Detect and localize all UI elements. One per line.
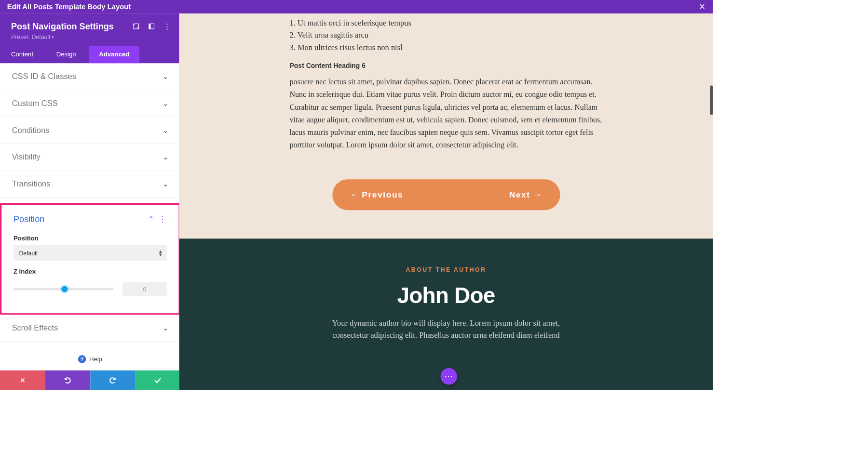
preview-pane: 1. Ut mattis orci in scelerisque tempus …: [179, 13, 713, 390]
redo-button[interactable]: [90, 370, 135, 390]
chevron-up-icon[interactable]: ⌃: [148, 215, 154, 224]
kebab-icon[interactable]: ⋮: [163, 22, 171, 31]
select-arrows-icon: ▴▾: [159, 250, 162, 256]
help-icon: ?: [78, 356, 86, 363]
title-bar-text: Edit All Posts Template Body Layout: [7, 2, 131, 11]
chevron-down-icon: ⌄: [163, 99, 168, 108]
save-button[interactable]: [135, 370, 180, 390]
help-label: Help: [89, 356, 102, 363]
next-link[interactable]: Next →: [509, 190, 542, 199]
accordion-css-id[interactable]: CSS ID & Classes ⌄: [0, 63, 180, 90]
author-name: John Doe: [195, 282, 697, 308]
content-paragraph: posuere nec lectus sit amet, pulvinar da…: [290, 76, 603, 152]
post-content: 1. Ut mattis orci in scelerisque tempus …: [290, 13, 603, 152]
preset-label: Preset: Default: [11, 33, 51, 40]
position-select[interactable]: Default ▴▾: [14, 245, 167, 261]
position-heading: Position: [14, 214, 44, 224]
chevron-down-icon: ⌄: [163, 153, 168, 162]
accordion-conditions[interactable]: Conditions ⌄: [0, 117, 180, 144]
accordion-label: Scroll Effects: [12, 324, 58, 333]
accordion-label: Transitions: [12, 180, 51, 189]
tab-content[interactable]: Content: [0, 46, 43, 63]
accordion-custom-css[interactable]: Custom CSS ⌄: [0, 90, 180, 117]
author-bio: Your dynamic author bio will display her…: [319, 317, 573, 341]
tab-design[interactable]: Design: [43, 46, 88, 63]
chevron-down-icon: ⌄: [163, 126, 168, 135]
zindex-input[interactable]: 0: [122, 283, 167, 296]
accordion-visibility[interactable]: Visibility ⌄: [0, 144, 180, 171]
accordion-position-open: Position ⌃ ⋮ Position Default ▴▾ Z Index…: [0, 203, 180, 315]
panel-title: Post Navigation Settings: [11, 21, 133, 31]
post-navigation-module: ← Previous Next →: [332, 179, 560, 210]
floating-actions-toggle[interactable]: ⋯: [441, 368, 458, 385]
list-item: 3. Mon ultrices risus lectus non nisl: [290, 41, 603, 53]
expand-icon[interactable]: [133, 23, 139, 30]
content-heading-6: Post Content Heading 6: [290, 62, 603, 70]
svg-rect-2: [149, 24, 150, 28]
drag-modal-icon[interactable]: [148, 23, 155, 30]
zindex-slider[interactable]: [14, 288, 114, 290]
chevron-down-icon: ⌄: [163, 72, 168, 81]
caret-down-icon: ▾: [52, 34, 54, 40]
position-header[interactable]: Position ⌃ ⋮: [1, 207, 178, 228]
preview-scrollbar-thumb[interactable]: [710, 85, 713, 115]
ordered-list: 1. Ut mattis orci in scelerisque tempus …: [290, 17, 603, 53]
author-section: ABOUT THE AUTHOR John Doe Your dynamic a…: [179, 238, 713, 390]
sidebar-header: Post Navigation Settings ⋮ Preset: Defau…: [0, 13, 180, 46]
tab-advanced[interactable]: Advanced: [89, 46, 140, 63]
sections-scroll[interactable]: CSS ID & Classes ⌄ Custom CSS ⌄ Conditio…: [0, 63, 180, 390]
sidebar-footer: [0, 370, 180, 390]
chevron-down-icon: ⌄: [163, 180, 168, 188]
accordion-transitions[interactable]: Transitions ⌄: [0, 171, 180, 198]
position-select-value: Default: [19, 250, 38, 257]
chevron-down-icon: ⌄: [163, 324, 168, 332]
list-item: 1. Ut mattis orci in scelerisque tempus: [290, 17, 603, 29]
author-eyebrow: ABOUT THE AUTHOR: [195, 266, 697, 273]
accordion-label: CSS ID & Classes: [12, 72, 76, 81]
zindex-field-label: Z Index: [1, 261, 178, 278]
zindex-row: 0: [1, 278, 178, 296]
settings-sidebar: Post Navigation Settings ⋮ Preset: Defau…: [0, 13, 180, 390]
accordion-label: Conditions: [12, 126, 50, 135]
header-icons: ⋮: [133, 22, 171, 31]
accordion-label: Custom CSS: [12, 99, 58, 108]
accordion-label: Visibility: [12, 153, 41, 162]
discard-button[interactable]: [0, 370, 45, 390]
tab-bar: Content Design Advanced: [0, 46, 180, 63]
kebab-icon[interactable]: ⋮: [159, 215, 166, 224]
preset-selector[interactable]: Preset: Default▾: [11, 33, 171, 40]
undo-button[interactable]: [45, 370, 90, 390]
slider-thumb[interactable]: [62, 286, 68, 292]
position-field-label: Position: [1, 228, 178, 245]
list-item: 2. Velit urna sagittis arcu: [290, 29, 603, 41]
accordion-scroll-effects[interactable]: Scroll Effects ⌄: [0, 315, 180, 342]
title-bar: Edit All Posts Template Body Layout ×: [0, 0, 713, 13]
prev-link[interactable]: ← Previous: [350, 190, 403, 199]
close-icon[interactable]: ×: [699, 1, 705, 12]
